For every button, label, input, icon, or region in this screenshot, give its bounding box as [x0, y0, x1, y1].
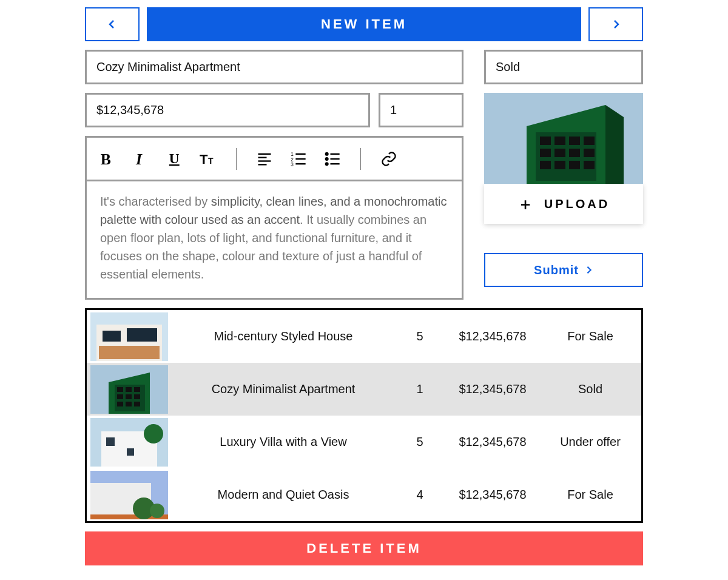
svg-rect-41	[127, 328, 157, 342]
svg-rect-40	[103, 331, 121, 342]
underline-button[interactable]: U	[166, 150, 183, 167]
link-icon	[380, 150, 397, 167]
link-button[interactable]	[380, 150, 397, 167]
delete-item-button[interactable]: DELETE ITEM	[85, 531, 643, 565]
upload-button[interactable]: ＋ UPLOAD	[484, 184, 643, 224]
unordered-list-button[interactable]	[324, 150, 341, 167]
svg-rect-45	[117, 387, 123, 392]
building-illustration	[90, 418, 168, 467]
svg-text:T: T	[208, 156, 214, 166]
listing-status: For Sale	[544, 488, 641, 502]
svg-text:T: T	[200, 152, 208, 167]
listing-thumbnail	[90, 418, 168, 467]
svg-rect-27	[569, 137, 580, 145]
table-row[interactable]: Mid-century Styled House 5 $12,345,678 F…	[87, 310, 641, 363]
align-left-icon	[256, 150, 273, 167]
name-input[interactable]: Cozy Minimalist Apartment	[85, 50, 463, 84]
underline-icon: U	[166, 150, 183, 167]
next-button[interactable]	[588, 7, 643, 41]
svg-rect-46	[126, 387, 132, 392]
italic-button[interactable]: I	[132, 150, 149, 167]
svg-rect-36	[584, 161, 595, 169]
svg-rect-52	[126, 402, 132, 406]
table-row[interactable]: Modern and Quiet Oasis 4 $12,345,678 For…	[87, 468, 641, 521]
svg-text:B: B	[101, 150, 111, 167]
svg-point-17	[326, 163, 328, 165]
text-size-button[interactable]: TT	[200, 150, 217, 167]
table-row[interactable]: Luxury Villa with a View 5 $12,345,678 U…	[87, 416, 641, 468]
quantity-input[interactable]: 1	[379, 93, 463, 127]
listing-price: $12,345,678	[441, 329, 544, 343]
svg-text:3: 3	[291, 161, 294, 167]
listing-thumbnail	[90, 471, 168, 519]
italic-icon: I	[132, 150, 149, 167]
listing-status: For Sale	[544, 329, 641, 343]
bold-button[interactable]: B	[98, 150, 115, 167]
svg-rect-30	[554, 149, 565, 157]
building-illustration	[484, 93, 643, 184]
editor-toolbar: B I U TT	[87, 138, 462, 181]
svg-rect-28	[584, 137, 595, 145]
listing-title: Cozy Minimalist Apartment	[168, 382, 399, 396]
svg-rect-51	[117, 402, 123, 406]
toolbar-separator	[360, 148, 361, 170]
svg-rect-53	[134, 402, 140, 406]
form-right-column: Sold ＋ UPLOAD Subm	[484, 50, 643, 300]
bold-icon: B	[98, 150, 115, 167]
image-preview	[484, 93, 643, 184]
table-row[interactable]: Cozy Minimalist Apartment 1 $12,345,678 …	[87, 363, 641, 416]
listing-price: $12,345,678	[441, 435, 544, 449]
listing-thumbnail	[90, 365, 168, 414]
align-button[interactable]	[256, 150, 273, 167]
listings-table: Mid-century Styled House 5 $12,345,678 F…	[85, 308, 643, 523]
svg-rect-35	[569, 161, 580, 169]
page: NEW ITEM Cozy Minimalist Apartment $12,3…	[0, 0, 728, 578]
chevron-right-icon	[585, 266, 593, 274]
price-qty-row: $12,345,678 1	[85, 93, 463, 127]
listing-title: Mid-century Styled House	[168, 329, 399, 343]
listing-thumbnail	[90, 312, 168, 361]
plus-icon: ＋	[517, 196, 536, 212]
price-input[interactable]: $12,345,678	[85, 93, 370, 127]
form-left-column: Cozy Minimalist Apartment $12,345,678 1 …	[85, 50, 463, 300]
page-title: NEW ITEM	[147, 7, 581, 41]
building-illustration	[90, 471, 168, 519]
unordered-list-icon	[324, 150, 341, 167]
listing-qty: 1	[399, 382, 441, 396]
svg-rect-34	[554, 161, 565, 169]
svg-text:U: U	[169, 150, 180, 166]
listing-qty: 5	[399, 329, 441, 343]
submit-label: Submit	[534, 263, 579, 277]
svg-point-15	[326, 152, 328, 155]
chevron-left-icon	[107, 19, 117, 29]
svg-rect-25	[540, 137, 551, 145]
svg-rect-31	[569, 149, 580, 157]
prev-button[interactable]	[85, 7, 140, 41]
svg-point-63	[150, 504, 164, 518]
text-size-icon: TT	[200, 150, 217, 167]
svg-rect-57	[127, 448, 134, 456]
svg-rect-33	[540, 161, 551, 169]
listing-qty: 5	[399, 435, 441, 449]
listing-status: Sold	[544, 382, 641, 396]
listing-price: $12,345,678	[441, 488, 544, 502]
description-input[interactable]: It's characterised by simplicity, clean …	[87, 181, 462, 298]
svg-rect-47	[134, 387, 140, 392]
svg-marker-23	[605, 105, 624, 184]
svg-rect-26	[554, 137, 565, 145]
rich-text-editor: B I U TT	[85, 136, 463, 300]
listing-qty: 4	[399, 488, 441, 502]
svg-point-16	[326, 158, 328, 160]
listing-title: Modern and Quiet Oasis	[168, 488, 399, 502]
ordered-list-button[interactable]: 123	[290, 150, 307, 167]
building-illustration	[90, 365, 168, 414]
svg-point-58	[144, 424, 163, 443]
toolbar-separator	[236, 148, 237, 170]
svg-rect-32	[584, 149, 595, 157]
building-illustration	[90, 312, 168, 361]
svg-rect-39	[99, 346, 160, 359]
status-input[interactable]: Sold	[484, 50, 643, 84]
submit-button[interactable]: Submit	[484, 253, 643, 287]
listing-price: $12,345,678	[441, 382, 544, 396]
svg-rect-49	[126, 394, 132, 399]
